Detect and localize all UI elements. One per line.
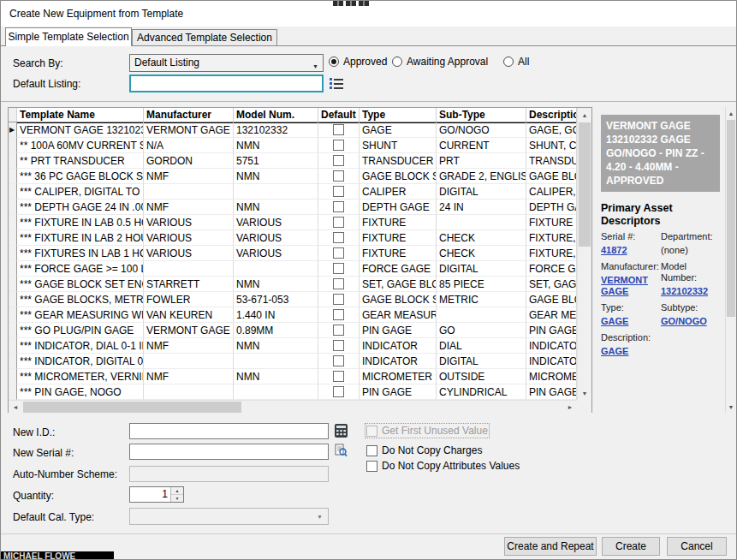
col-template-name[interactable]: Template Name — [17, 108, 144, 122]
default-checkbox[interactable] — [333, 217, 344, 228]
table-row[interactable]: *** MICROMETER, VERNIER NMF NMN MICROMET… — [9, 369, 577, 384]
default-checkbox[interactable] — [333, 170, 344, 182]
radio-awaiting-approval[interactable]: Awaiting Approval — [392, 56, 488, 68]
cell-subtype: OUTSIDE — [437, 369, 526, 384]
table-row[interactable]: *** GAGE BLOCK SET ENGL STARRETT NMN SET… — [9, 277, 577, 292]
scroll-right-icon[interactable]: ► — [563, 401, 577, 414]
default-checkbox[interactable] — [333, 325, 344, 336]
col-manufacturer[interactable]: Manufacturer — [144, 108, 234, 122]
radio-approved[interactable]: Approved — [329, 56, 387, 68]
col-description[interactable]: Description — [526, 108, 577, 122]
cell-type: TRANSDUCER — [360, 153, 437, 169]
default-checkbox[interactable] — [333, 386, 344, 397]
subtype-value[interactable]: GO/NOGO — [661, 316, 720, 327]
tab-simple-template-selection[interactable]: Simple Template Selection — [5, 27, 132, 46]
spin-up-icon[interactable]: ▲ — [171, 487, 183, 495]
new-serial-input[interactable] — [129, 444, 329, 460]
scroll-up-icon[interactable]: ▲ — [578, 108, 591, 122]
manufacturer-value[interactable]: VERMONT GAGE — [601, 275, 661, 297]
spin-down-icon[interactable]: ▼ — [171, 495, 183, 502]
col-model-num[interactable]: Model Num. — [234, 108, 318, 122]
create-button[interactable]: Create — [602, 537, 660, 556]
model-number-value[interactable]: 132102332 — [661, 286, 720, 297]
scroll-left-icon[interactable]: ◄ — [9, 401, 22, 414]
cell-description: INDICATOR, D — [526, 338, 577, 354]
table-row[interactable]: *** GO PLUG/PIN GAGE VERMONT GAGE 0.89MM… — [9, 323, 577, 338]
default-checkbox[interactable] — [333, 371, 344, 382]
table-row[interactable]: ▶ VERMONT GAGE 132102332 VERMONT GAGE 13… — [9, 122, 577, 138]
default-checkbox[interactable] — [333, 278, 344, 289]
table-row[interactable]: ** 100A 60MV CURRENT SH N/A NMN SHUNT CU… — [9, 138, 577, 153]
table-row[interactable]: ** PRT TRANSDUCER GORDON 5751 TRANSDUCER… — [9, 153, 577, 169]
table-row[interactable]: *** FIXTURE IN LAB 2 HOUR VARIOUS VARIOU… — [9, 230, 577, 246]
description-value[interactable]: GAGE — [601, 346, 720, 357]
cell-model: NMN — [234, 369, 318, 384]
type-value[interactable]: GAGE — [601, 316, 661, 327]
default-checkbox[interactable] — [333, 340, 344, 351]
table-row[interactable]: *** CALIPER, DIGITAL TO 18 CALIPER DIGIT… — [9, 184, 577, 200]
default-cal-type-dropdown[interactable]: ▼ — [129, 508, 329, 525]
do-not-copy-attributes-checkbox[interactable]: Do Not Copy Attributes Values — [366, 460, 520, 472]
auto-number-scheme-input[interactable] — [129, 466, 329, 482]
tab-advanced-template-selection[interactable]: Advanced Template Selection — [132, 29, 277, 46]
scroll-down-icon[interactable]: ▼ — [578, 386, 591, 400]
radio-circle-icon — [503, 57, 514, 67]
table-row[interactable]: *** FORCE GAGE >= 100 LB FORCE GAGE DIGI… — [9, 261, 577, 277]
do-not-copy-charges-checkbox[interactable]: Do Not Copy Charges — [366, 444, 482, 456]
get-first-unused-checkbox[interactable]: Get First Unused Value — [366, 425, 488, 437]
default-checkbox[interactable] — [333, 263, 344, 274]
table-row[interactable]: *** 36 PC GAGE BLOCK SET NMF NMN GAGE BL… — [9, 169, 577, 184]
default-listing-input[interactable] — [129, 74, 324, 92]
serial-lookup-icon[interactable] — [334, 444, 349, 457]
cell-description: FIXTURE, CHE — [526, 246, 577, 261]
horizontal-scroll-thumb[interactable] — [23, 402, 241, 413]
table-row[interactable]: *** INDICATOR, DIAL 0-1 IN NMF NMN INDIC… — [9, 338, 577, 354]
cell-template-name: *** INDICATOR, DIGITAL 0.0 — [17, 354, 144, 369]
quantity-stepper[interactable]: 1 ▲ ▼ — [129, 486, 184, 503]
row-marker — [9, 307, 17, 323]
radio-all[interactable]: All — [503, 56, 529, 68]
create-and-repeat-button[interactable]: Create and Repeat — [504, 537, 597, 556]
default-checkbox[interactable] — [333, 232, 344, 243]
default-checkbox[interactable] — [333, 186, 344, 197]
default-checkbox[interactable] — [333, 247, 344, 259]
table-row[interactable]: *** INDICATOR, DIGITAL 0.0 INDICATOR DIG… — [9, 354, 577, 369]
preview-scroll-thumb[interactable] — [727, 120, 735, 317]
table-row[interactable]: *** DEPTH GAGE 24 IN .001 NMF NMN DEPTH … — [9, 200, 577, 215]
col-sub-type[interactable]: Sub-Type — [437, 108, 526, 122]
default-checkbox[interactable] — [333, 124, 344, 135]
scroll-up-icon[interactable]: ▲ — [726, 107, 736, 119]
table-row[interactable]: *** FIXTURE IN LAB 0.5 HOU VARIOUS VARIO… — [9, 215, 577, 230]
table-row[interactable]: *** FIXTURES IN LAB 1 HOU VARIOUS VARIOU… — [9, 246, 577, 261]
search-pane: Search By: Default Listing ▼ Approved Aw… — [1, 45, 736, 102]
default-checkbox[interactable] — [333, 201, 344, 212]
row-marker — [9, 261, 17, 277]
table-row[interactable]: *** PIN GAGE, NOGO PIN GAGE CYLINDRICAL … — [9, 384, 577, 400]
default-checkbox[interactable] — [333, 309, 344, 320]
scroll-down-icon[interactable]: ▼ — [726, 401, 736, 413]
cell-model — [234, 184, 318, 200]
new-id-input[interactable] — [129, 423, 329, 439]
background-window-fragment — [333, 1, 371, 6]
id-calculator-icon[interactable] — [334, 424, 349, 438]
serial-value[interactable]: 41872 — [601, 245, 661, 256]
default-checkbox[interactable] — [333, 140, 344, 151]
radio-awaiting-label: Awaiting Approval — [407, 56, 488, 68]
search-by-value: Default Listing — [134, 57, 199, 69]
default-checkbox[interactable] — [333, 294, 344, 305]
cell-default — [318, 169, 360, 184]
col-default[interactable]: Default — [318, 108, 360, 122]
default-checkbox[interactable] — [333, 155, 344, 166]
department-value: (none) — [661, 245, 720, 256]
listing-picker-icon[interactable] — [330, 77, 343, 89]
vertical-scroll-thumb[interactable] — [579, 122, 591, 247]
default-checkbox[interactable] — [333, 355, 344, 366]
col-type[interactable]: Type — [360, 108, 437, 122]
search-by-dropdown[interactable]: Default Listing ▼ — [129, 54, 324, 72]
spinner-buttons: ▲ ▼ — [170, 487, 183, 502]
cancel-button[interactable]: Cancel — [667, 537, 727, 556]
cell-manufacturer: N/A — [144, 138, 234, 153]
table-row[interactable]: *** GEAR MEASURING WIR VAN KEUREN 1.440 … — [9, 307, 577, 323]
cell-manufacturer: VERMONT GAGE — [144, 323, 234, 338]
table-row[interactable]: *** GAGE BLOCKS, METRIC FOWLER 53-671-05… — [9, 292, 577, 307]
